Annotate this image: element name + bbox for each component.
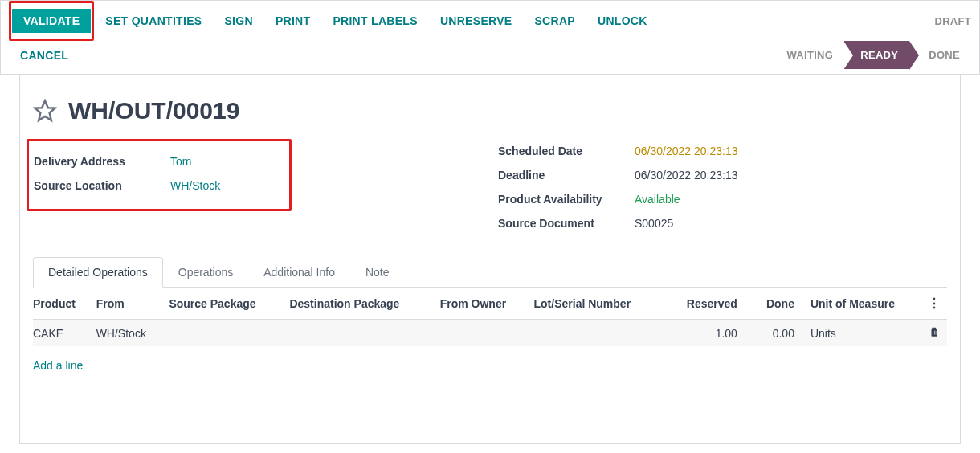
cell-source-package[interactable]	[169, 320, 289, 347]
set-quantities-button[interactable]: SET QUANTITIES	[94, 8, 213, 34]
action-buttons: VALIDATE SET QUANTITIES SIGN PRINT PRINT…	[9, 1, 659, 41]
address-highlight: Delivery Address Tom Source Location WH/…	[27, 139, 292, 211]
scheduled-date-value[interactable]: 06/30/2022 20:23:13	[635, 145, 737, 157]
tabs: Detailed Operations Operations Additiona…	[33, 256, 947, 288]
sign-button[interactable]: SIGN	[213, 8, 263, 34]
col-source-package[interactable]: Source Package	[169, 288, 289, 320]
status-ready[interactable]: READY	[844, 41, 909, 69]
source-document-value[interactable]: S00025	[635, 217, 673, 230]
status-bar: WAITING READY DONE	[776, 41, 972, 69]
col-product[interactable]: Product	[33, 288, 96, 320]
cell-from[interactable]: WH/Stock	[96, 320, 169, 347]
source-location-value[interactable]: WH/Stock	[170, 179, 220, 192]
tab-operations[interactable]: Operations	[163, 257, 248, 288]
unlock-button[interactable]: UNLOCK	[586, 8, 659, 34]
col-from-owner[interactable]: From Owner	[440, 288, 534, 320]
status-waiting[interactable]: WAITING	[776, 44, 845, 66]
validate-button[interactable]: VALIDATE	[12, 9, 91, 33]
product-availability-value: Available	[635, 193, 680, 206]
cell-destination-package[interactable]	[289, 320, 439, 347]
cancel-button[interactable]: CANCEL	[9, 43, 80, 68]
tab-detailed-operations[interactable]: Detailed Operations	[33, 257, 163, 288]
col-from[interactable]: From	[96, 288, 169, 320]
cell-product[interactable]: CAKE	[33, 320, 96, 347]
table-row[interactable]: CAKE WH/Stock 1.00 0.00 Units	[33, 320, 947, 347]
column-options-icon[interactable]: ⋮	[928, 288, 947, 320]
source-document-label: Source Document	[498, 217, 635, 230]
print-button[interactable]: PRINT	[264, 8, 322, 34]
page-title: WH/OUT/00019	[68, 97, 239, 124]
col-reserved[interactable]: Reserved	[668, 288, 753, 320]
add-line-link[interactable]: Add a line	[33, 353, 83, 378]
tab-note[interactable]: Note	[350, 257, 405, 288]
cell-reserved[interactable]: 1.00	[668, 320, 753, 347]
scrap-button[interactable]: SCRAP	[523, 8, 586, 34]
form-sheet: WH/OUT/00019 Delivery Address Tom Source…	[19, 75, 961, 444]
deadline-value: 06/30/2022 20:23:13	[635, 169, 737, 182]
star-icon[interactable]	[33, 99, 57, 123]
operations-table: Product From Source Package Destination …	[33, 288, 947, 385]
status-draft: DRAFT	[934, 15, 971, 27]
col-destination-package[interactable]: Destination Package	[289, 288, 439, 320]
col-uom[interactable]: Unit of Measure	[811, 288, 928, 320]
delivery-address-label: Delivery Address	[34, 155, 170, 168]
validate-highlight: VALIDATE	[9, 1, 94, 41]
cell-from-owner[interactable]	[440, 320, 534, 347]
cell-lot-serial[interactable]	[534, 320, 668, 347]
scheduled-date-label: Scheduled Date	[498, 145, 635, 157]
trash-icon[interactable]	[929, 326, 940, 337]
action-bar: VALIDATE SET QUANTITIES SIGN PRINT PRINT…	[0, 0, 980, 75]
tab-additional-info[interactable]: Additional Info	[248, 257, 350, 288]
cell-done[interactable]: 0.00	[753, 320, 811, 347]
col-lot-serial[interactable]: Lot/Serial Number	[534, 288, 668, 320]
deadline-label: Deadline	[498, 169, 635, 182]
product-availability-label: Product Availability	[498, 193, 635, 206]
col-done[interactable]: Done	[753, 288, 811, 320]
cell-uom[interactable]: Units	[811, 320, 928, 347]
print-labels-button[interactable]: PRINT LABELS	[321, 8, 429, 34]
source-location-label: Source Location	[34, 179, 170, 192]
svg-marker-0	[35, 101, 55, 120]
delivery-address-value[interactable]: Tom	[170, 155, 191, 168]
unreserve-button[interactable]: UNRESERVE	[429, 8, 524, 34]
